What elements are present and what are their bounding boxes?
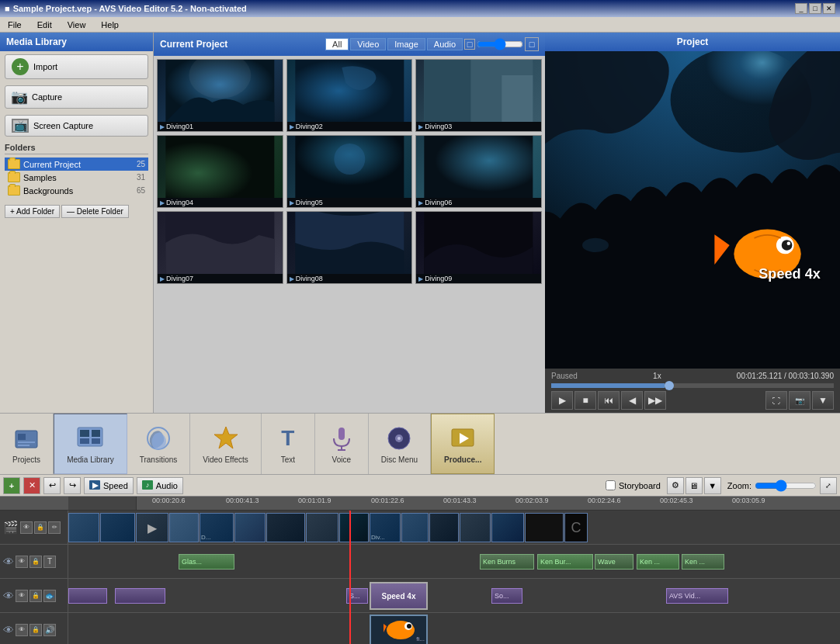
size-slider[interactable] [477, 38, 523, 50]
video-clip[interactable] [68, 513, 99, 542]
text-clip-2[interactable] [115, 588, 165, 604]
media-thumb-diving02[interactable]: ▶ Diving02 [286, 59, 413, 132]
track-edit3-btn[interactable]: 🐟 [43, 590, 56, 602]
skip-back-button[interactable]: ⏮ [598, 391, 620, 410]
video-clip[interactable] [460, 513, 491, 542]
maximize-button[interactable]: □ [809, 3, 821, 14]
track-vol4-btn[interactable]: 🔊 [43, 624, 56, 636]
tl-undo-button[interactable]: ↩ [43, 477, 61, 494]
video-clip[interactable]: C [564, 513, 588, 542]
media-thumb-diving03[interactable]: ▶ Diving03 [415, 59, 542, 132]
effect-clip-ken2[interactable]: Ken ... [637, 554, 679, 570]
text-clip-1[interactable] [68, 588, 107, 604]
tl-speed-button[interactable]: Speed [84, 477, 134, 494]
add-folder-button[interactable]: + Add Folder [5, 205, 60, 218]
text-clip-speed[interactable]: Speed 4x [370, 582, 428, 610]
tl-settings-button[interactable]: ⚙ [667, 477, 684, 494]
zoom-slider[interactable] [755, 480, 817, 492]
tool-produce[interactable]: Produce... [431, 414, 495, 474]
text-clip-avs[interactable]: AVS Vid... [666, 588, 728, 604]
filter-video[interactable]: Video [350, 38, 386, 50]
track-eye4-btn[interactable]: 👁 [16, 624, 28, 636]
folder-backgrounds[interactable]: Backgrounds 65 [5, 184, 148, 197]
video-clip[interactable] [429, 513, 459, 542]
video-clip[interactable]: Div... [370, 513, 401, 542]
tl-redo-button[interactable]: ↪ [64, 477, 81, 494]
tool-disc-menu[interactable]: Disc Menu [369, 414, 431, 474]
track-lock3-btn[interactable]: 🔒 [30, 590, 42, 602]
media-thumb-diving04[interactable]: ▶ Diving04 [157, 135, 283, 208]
media-thumb-diving05[interactable]: ▶ Diving05 [286, 135, 413, 208]
video-clip[interactable] [234, 513, 266, 542]
next-frame-button[interactable]: ▶▶ [644, 391, 666, 410]
track-edit-btn[interactable]: ✏ [48, 521, 61, 534]
delete-folder-button[interactable]: — Delete Folder [61, 205, 129, 218]
tool-media-library[interactable]: Media Library [54, 414, 127, 474]
track-edit2-btn[interactable]: T [43, 556, 56, 568]
tool-text[interactable]: T Text [262, 414, 315, 474]
track-eye-btn[interactable]: 👁 [20, 521, 33, 534]
media-thumb-diving09[interactable]: ▶ Diving09 [415, 211, 542, 284]
video-clip[interactable] [525, 513, 564, 542]
folder-current-project[interactable]: Current Project 25 [5, 158, 148, 171]
effect-clip-ken-bur[interactable]: Ken Bur... [537, 554, 593, 570]
filter-image[interactable]: Image [387, 38, 425, 50]
effect-clip-wave[interactable]: Wave [595, 554, 633, 570]
play-button[interactable]: ▶ [551, 391, 573, 410]
fullscreen-button[interactable]: ⛶ [765, 391, 787, 410]
tool-projects[interactable]: Projects [0, 414, 54, 474]
folder-samples[interactable]: Samples 31 [5, 171, 148, 184]
menu-file[interactable]: File [3, 19, 26, 30]
tl-menu-button[interactable]: ▼ [704, 477, 721, 494]
effect-clip-ken3[interactable]: Ken ... [682, 554, 724, 570]
stop-button[interactable]: ■ [574, 391, 596, 410]
menu-help[interactable]: Help [96, 19, 123, 30]
filter-all[interactable]: All [325, 38, 349, 50]
video-clip[interactable]: ▶ [136, 513, 168, 542]
media-thumb-diving06[interactable]: ▶ Diving06 [415, 135, 542, 208]
video-clip[interactable] [401, 513, 429, 542]
track-eye3-btn[interactable]: 👁 [16, 590, 28, 602]
video-clip[interactable] [306, 513, 338, 542]
filter-audio[interactable]: Audio [427, 38, 463, 50]
menu-view[interactable]: View [63, 19, 91, 30]
tool-video-effects[interactable]: Video Effects [190, 414, 262, 474]
media-grid-container[interactable]: ▶ Diving01 ▶ Diving02 [154, 56, 545, 413]
tl-delete-button[interactable]: ✕ [23, 477, 40, 494]
screen-capture-button[interactable]: 📺 Screen Capture [5, 115, 148, 137]
media-thumb-diving01[interactable]: ▶ Diving01 [157, 59, 283, 132]
video-clip[interactable] [266, 513, 305, 542]
media-thumb-diving08[interactable]: ▶ Diving08 [286, 211, 413, 284]
minimize-button[interactable]: _ [795, 3, 807, 14]
snapshot-button[interactable]: 📷 [789, 391, 810, 410]
effect-clip-ken-burns[interactable]: Ken Burns [480, 554, 534, 570]
video-clip[interactable] [339, 513, 369, 542]
text-clip-so[interactable]: So... [491, 588, 522, 604]
tool-voice[interactable]: Voice [315, 414, 369, 474]
storyboard-checkbox[interactable] [606, 480, 616, 490]
track-eye2-btn[interactable]: 👁 [16, 556, 28, 568]
capture-button[interactable]: 📷 Capture [5, 85, 148, 109]
track-lock2-btn[interactable]: 🔒 [30, 556, 42, 568]
media-thumb-diving07[interactable]: ▶ Diving07 [157, 211, 283, 284]
close-button[interactable]: ✕ [823, 3, 835, 14]
tl-audio-button[interactable]: ♪ Audio [137, 477, 183, 494]
more-button[interactable]: ▼ [812, 391, 834, 410]
menu-edit[interactable]: Edit [33, 19, 57, 30]
video-clip[interactable] [100, 513, 135, 542]
effect-clip-glass[interactable]: Glas... [179, 554, 234, 570]
seek-thumb[interactable] [665, 381, 674, 390]
import-button[interactable]: + Import [5, 54, 148, 79]
tl-add-button[interactable]: + [3, 477, 20, 494]
zoom-fit-button[interactable]: ⤢ [820, 477, 837, 494]
playhead[interactable]: ▼ [349, 511, 351, 644]
fish-overlay-clip[interactable]: fi... [370, 615, 428, 644]
video-clip[interactable]: D... [200, 513, 234, 542]
video-clip[interactable] [169, 513, 199, 542]
tool-transitions[interactable]: Transitions [127, 414, 191, 474]
seek-bar[interactable] [551, 383, 834, 388]
tl-monitor-button[interactable]: 🖥 [686, 477, 703, 494]
track-lock-btn[interactable]: 🔒 [34, 521, 47, 534]
prev-frame-button[interactable]: ◀ [621, 391, 643, 410]
track-lock4-btn[interactable]: 🔒 [30, 624, 42, 636]
